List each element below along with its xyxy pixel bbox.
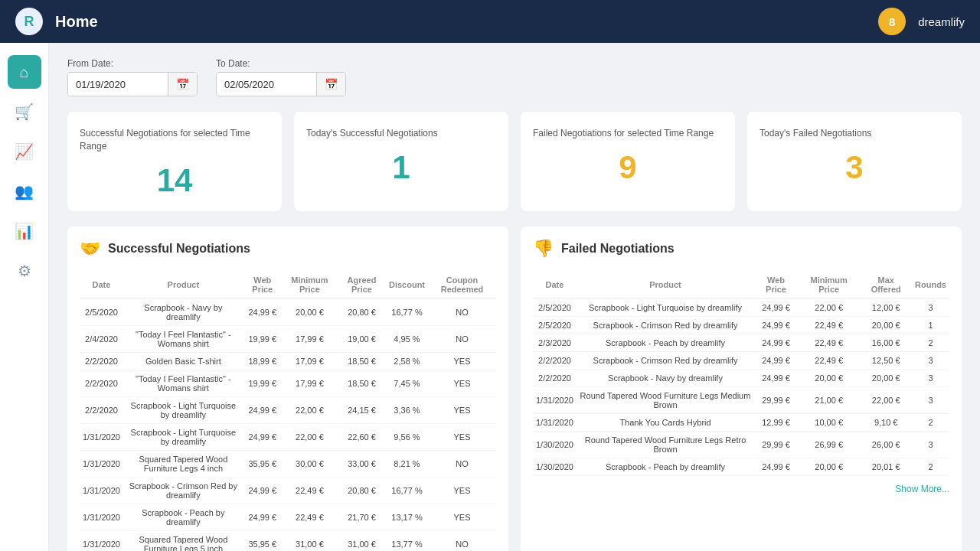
col-web-price: Web Price xyxy=(754,271,798,299)
table-cell: 20,00 € xyxy=(798,369,860,386)
stat-card-value-3: 3 xyxy=(760,149,949,186)
table-cell: 31,00 € xyxy=(282,530,338,551)
col-web-price: Web Price xyxy=(243,271,282,299)
stat-card-successful-range: Successful Negotiations for selected Tim… xyxy=(67,112,282,211)
table-row: 2/2/2020"Today I Feel Flantastic" - Woma… xyxy=(80,370,496,396)
table-row: 2/5/2020Scrapbook - Navy by dreamlify24,… xyxy=(80,298,496,325)
table-cell: 24,99 € xyxy=(243,477,282,504)
table-row: 1/31/2020Scrapbook - Crimson Red by drea… xyxy=(80,477,496,504)
table-row: 2/3/2020Scrapbook - Peach by dreamlify24… xyxy=(533,334,949,351)
from-date-calendar-icon[interactable]: 📅 xyxy=(168,73,197,96)
failed-show-more[interactable]: Show More... xyxy=(533,484,949,494)
stat-card-label-1: Today's Successful Negotiations xyxy=(306,127,496,140)
table-cell: 1 xyxy=(912,316,949,334)
table-cell: 20,00 € xyxy=(798,458,860,475)
table-cell: 12,99 € xyxy=(754,413,798,431)
table-cell: 12,00 € xyxy=(860,298,912,316)
col-rounds: Rounds xyxy=(912,271,949,299)
from-date-input[interactable] xyxy=(68,73,168,96)
table-cell: 2/2/2020 xyxy=(533,369,577,386)
table-cell: 29,99 € xyxy=(754,386,798,413)
table-cell: 22,00 € xyxy=(798,298,860,316)
table-cell: Thank You Cards Hybrid xyxy=(577,413,754,431)
table-cell: "Today I Feel Flantastic" - Womans shirt xyxy=(123,325,243,352)
table-cell: 2/2/2020 xyxy=(80,396,123,423)
sidebar-item-cart[interactable]: 🛒 xyxy=(8,95,41,129)
table-cell: 24,99 € xyxy=(754,458,798,475)
table-cell: Scrapbook - Light Turquoise by dreamlify xyxy=(577,298,754,316)
table-cell: 2/4/2020 xyxy=(80,325,123,352)
stat-card-failed-range: Failed Negotiations for selected Time Ra… xyxy=(521,112,735,211)
table-cell: 3 xyxy=(912,351,949,369)
to-date-input[interactable] xyxy=(217,73,316,96)
table-cell: 24,99 € xyxy=(754,298,798,316)
table-row: 2/5/2020Scrapbook - Crimson Red by dream… xyxy=(533,316,949,334)
table-cell: 24,99 € xyxy=(243,504,282,530)
table-cell: 3 xyxy=(912,298,949,316)
col-product: Product xyxy=(577,271,754,299)
table-row: 2/2/2020Scrapbook - Crimson Red by dream… xyxy=(533,351,949,369)
table-cell: 17,99 € xyxy=(282,370,338,396)
sidebar-item-home[interactable]: ⌂ xyxy=(8,55,41,89)
table-cell: 20,00 € xyxy=(282,298,338,325)
col-date: Date xyxy=(533,271,577,299)
sidebar-item-reports[interactable]: 📊 xyxy=(8,214,41,248)
table-cell: 2 xyxy=(912,413,949,431)
table-cell: 21,00 € xyxy=(798,386,860,413)
table-row: 1/31/2020Thank You Cards Hybrid12,99 €10… xyxy=(533,413,949,431)
table-cell: 24,15 € xyxy=(338,396,386,423)
table-cell: 2/3/2020 xyxy=(533,334,577,351)
table-cell: 8,21 % xyxy=(386,450,428,477)
table-cell: YES xyxy=(428,423,496,450)
tables-section: 🤝 Successful Negotiations Date Product W… xyxy=(67,227,962,551)
table-cell: 22,49 € xyxy=(798,316,860,334)
sidebar: ⌂ 🛒 📈 👥 📊 ⚙ xyxy=(0,43,49,551)
table-row: 2/4/2020"Today I Feel Flantastic" - Woma… xyxy=(80,325,496,352)
table-cell: 9,10 € xyxy=(860,413,912,431)
table-cell: 19,99 € xyxy=(243,325,282,352)
sidebar-item-settings[interactable]: ⚙ xyxy=(8,254,41,288)
stat-card-successful-today: Today's Successful Negotiations 1 xyxy=(294,112,508,211)
table-cell: Scrapbook - Crimson Red by dreamlify xyxy=(577,351,754,369)
table-cell: 24,99 € xyxy=(243,423,282,450)
sidebar-item-analytics[interactable]: 📈 xyxy=(8,135,41,168)
table-cell: Scrapbook - Peach by dreamlify xyxy=(577,334,754,351)
table-cell: 18,99 € xyxy=(243,352,282,370)
to-date-calendar-icon[interactable]: 📅 xyxy=(316,73,345,96)
table-cell: 13,17 % xyxy=(386,504,428,530)
table-cell: Scrapbook - Navy by dreamlify xyxy=(123,298,243,325)
table-row: 1/30/2020Scrapbook - Peach by dreamlify2… xyxy=(533,458,949,475)
sidebar-item-users[interactable]: 👥 xyxy=(8,174,41,208)
table-cell: Round Tapered Wood Furniture Legs Retro … xyxy=(577,431,754,458)
table-cell: 22,49 € xyxy=(282,504,338,530)
failed-table-header: 👎 Failed Negotiations xyxy=(533,239,949,259)
table-row: 2/5/2020Scrapbook - Light Turquoise by d… xyxy=(533,298,949,316)
date-filters: From Date: 📅 To Date: 📅 xyxy=(67,58,962,96)
table-cell: 2 xyxy=(912,458,949,475)
table-cell: 24,99 € xyxy=(754,351,798,369)
table-cell: Scrapbook - Crimson Red by dreamlify xyxy=(123,477,243,504)
user-badge[interactable]: 8 xyxy=(878,8,906,35)
table-cell: 3 xyxy=(912,386,949,413)
table-cell: 26,00 € xyxy=(860,431,912,458)
table-cell: 22,49 € xyxy=(282,477,338,504)
table-cell: 1/31/2020 xyxy=(80,504,123,530)
col-min-price: Minimum Price xyxy=(798,271,860,299)
table-cell: 4,95 % xyxy=(386,325,428,352)
stat-card-label-2: Failed Negotiations for selected Time Ra… xyxy=(533,127,723,140)
table-cell: 18,50 € xyxy=(338,352,386,370)
stat-cards: Successful Negotiations for selected Tim… xyxy=(67,112,962,211)
table-cell: Scrapbook - Peach by dreamlify xyxy=(577,458,754,475)
table-cell: 19,99 € xyxy=(243,370,282,396)
table-row: 1/31/2020Squared Tapered Wood Furniture … xyxy=(80,530,496,551)
table-cell: 2 xyxy=(912,334,949,351)
table-row: 2/2/2020Golden Basic T-shirt18,99 €17,09… xyxy=(80,352,496,370)
stat-card-value-1: 1 xyxy=(306,149,496,186)
col-min-price: Minimum Price xyxy=(282,271,338,299)
table-row: 2/2/2020Scrapbook - Navy by dreamlify24,… xyxy=(533,369,949,386)
stat-card-value-0: 14 xyxy=(80,162,270,199)
table-cell: 7,45 % xyxy=(386,370,428,396)
to-date-field: To Date: 📅 xyxy=(216,58,346,96)
table-cell: 16,77 % xyxy=(386,477,428,504)
from-date-label: From Date: xyxy=(67,58,198,69)
